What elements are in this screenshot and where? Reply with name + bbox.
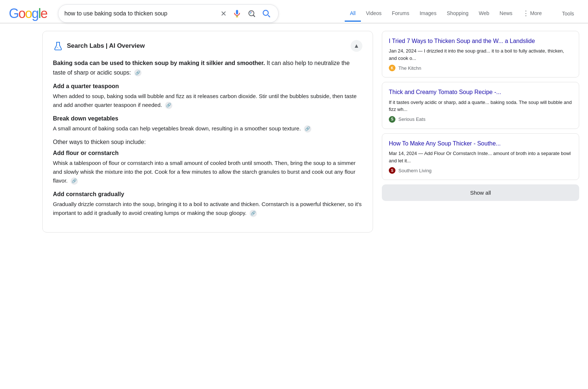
source-meta-seriouseats: S Serious Eats xyxy=(389,116,572,123)
nav-tabs: All Videos Forums Images Shopping Web Ne… xyxy=(345,5,579,23)
search-box: ✕ xyxy=(58,4,279,23)
more-dots-icon: ⋮ xyxy=(523,9,529,17)
google-logo: G o o g l e xyxy=(9,6,47,21)
favicon-seriouseats: S xyxy=(389,116,395,123)
ai-overview-title: Search Labs | AI Overview xyxy=(67,42,145,50)
favicon-southernliving: S xyxy=(389,167,395,174)
tab-forums[interactable]: Forums xyxy=(387,6,414,22)
section-title-cornstarch: Add cornstarch gradually xyxy=(53,191,362,198)
source-meta-southernliving: S Southern Living xyxy=(389,167,572,174)
source-name-seriouseats: Serious Eats xyxy=(398,116,426,122)
ai-section-quarter-teaspoon: Add a quarter teaspoon When added to sou… xyxy=(53,83,362,109)
ai-collapse-button[interactable]: ▲ xyxy=(351,40,362,52)
section-body-vegetables: A small amount of baking soda can help v… xyxy=(53,124,362,133)
section3-link-icon[interactable]: 🔗 xyxy=(71,177,78,185)
logo-e: e xyxy=(40,6,47,21)
svg-rect-0 xyxy=(236,10,238,14)
source-title-kitchn: I Tried 7 Ways to Thicken Soup and the W… xyxy=(389,37,572,45)
tab-all[interactable]: All xyxy=(345,6,361,22)
svg-point-6 xyxy=(250,13,251,14)
source-title-southernliving: How To Make Any Soup Thicker - Southe... xyxy=(389,140,572,148)
ai-overview-box: Search Labs | AI Overview ▲ Baking soda … xyxy=(42,31,373,233)
ai-intro-text: Baking soda can be used to thicken soup … xyxy=(53,58,362,77)
tab-images[interactable]: Images xyxy=(415,6,442,22)
source-snippet-southernliving: Mar 14, 2024 — Add Flour Or Cornstarch I… xyxy=(389,150,572,164)
source-snippet-kitchn: Jan 24, 2024 — I drizzled it into the so… xyxy=(389,47,572,62)
source-snippet-seriouseats: If it tastes overly acidic or sharp, add… xyxy=(389,99,572,113)
svg-point-3 xyxy=(249,11,254,16)
search-submit-button[interactable] xyxy=(261,8,272,19)
left-column: Search Labs | AI Overview ▲ Baking soda … xyxy=(42,31,373,240)
section4-link-icon[interactable]: 🔗 xyxy=(250,210,257,217)
lens-search-button[interactable] xyxy=(246,8,258,19)
svg-point-5 xyxy=(251,12,252,13)
source-card-southernliving[interactable]: How To Make Any Soup Thicker - Southe...… xyxy=(382,133,579,180)
section-body-cornstarch: Gradually drizzle cornstarch into the so… xyxy=(53,200,362,217)
logo-g: G xyxy=(9,6,18,21)
section-title-quarter: Add a quarter teaspoon xyxy=(53,83,362,90)
clear-icon[interactable]: ✕ xyxy=(219,8,228,19)
tab-shopping[interactable]: Shopping xyxy=(442,6,474,22)
search-input[interactable] xyxy=(64,10,216,17)
ai-section-break-vegetables: Break down vegetables A small amount of … xyxy=(53,115,362,133)
tab-web[interactable]: Web xyxy=(474,6,495,22)
section1-link-icon[interactable]: 🔗 xyxy=(165,102,172,109)
section-title-vegetables: Break down vegetables xyxy=(53,115,362,122)
svg-point-10 xyxy=(58,48,59,48)
source-card-kitchn[interactable]: I Tried 7 Ways to Thicken Soup and the W… xyxy=(382,31,579,78)
ai-section-cornstarch-gradual: Add cornstarch gradually Gradually drizz… xyxy=(53,191,362,217)
other-ways-label: Other ways to thicken soup include: xyxy=(53,139,362,145)
tools-button[interactable]: Tools xyxy=(557,6,579,21)
tab-videos[interactable]: Videos xyxy=(361,6,387,22)
header: G o o g l e ✕ xyxy=(0,0,588,23)
logo-o1: o xyxy=(18,6,25,21)
show-all-button[interactable]: Show all xyxy=(382,184,579,201)
favicon-kitchn: K xyxy=(389,65,395,71)
source-name-southernliving: Southern Living xyxy=(398,168,431,173)
source-meta-kitchn: K The Kitchn xyxy=(389,65,572,71)
section-body-flour: Whisk a tablespoon of flour or cornstarc… xyxy=(53,159,362,185)
microphone-icon xyxy=(233,9,241,18)
right-column: I Tried 7 Ways to Thicken Soup and the W… xyxy=(382,31,579,240)
section-title-flour: Add flour or cornstarch xyxy=(53,150,362,156)
voice-search-button[interactable] xyxy=(231,8,243,19)
tab-news[interactable]: News xyxy=(494,6,517,22)
section2-link-icon[interactable]: 🔗 xyxy=(304,125,311,133)
flask-icon xyxy=(53,41,63,51)
logo-g2: g xyxy=(32,6,38,21)
section-body-quarter: When added to soup, baking soda will bub… xyxy=(53,92,362,109)
tab-more[interactable]: ⋮ More xyxy=(517,5,547,23)
svg-point-7 xyxy=(263,10,268,15)
source-title-seriouseats: Thick and Creamy Tomato Soup Recipe -... xyxy=(389,88,572,96)
svg-point-9 xyxy=(57,47,58,48)
search-icon xyxy=(262,9,271,18)
logo-o2: o xyxy=(25,6,32,21)
main-content: Search Labs | AI Overview ▲ Baking soda … xyxy=(0,24,588,247)
lens-icon xyxy=(247,9,256,18)
source-name-kitchn: The Kitchn xyxy=(398,65,421,71)
ai-section-flour-cornstarch: Add flour or cornstarch Whisk a tablespo… xyxy=(53,150,362,185)
source-card-seriouseats[interactable]: Thick and Creamy Tomato Soup Recipe -...… xyxy=(382,82,579,129)
ai-overview-header: Search Labs | AI Overview ▲ xyxy=(53,40,362,52)
intro-link-icon[interactable]: 🔗 xyxy=(134,69,141,76)
